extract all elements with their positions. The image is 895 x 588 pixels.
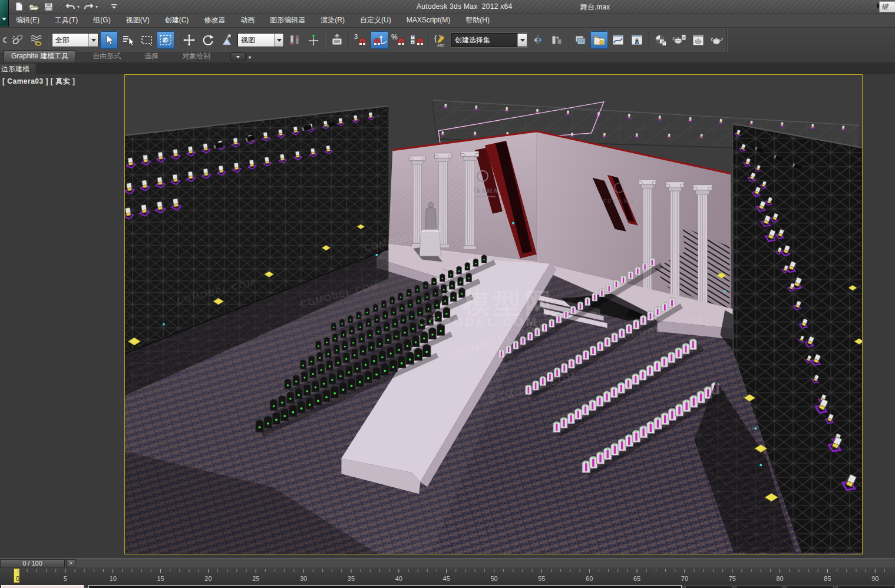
redo-button[interactable] xyxy=(82,2,94,12)
svg-text:FURAMA: FURAMA xyxy=(603,198,635,204)
menu-views[interactable]: 视图(V) xyxy=(118,13,157,27)
new-file-button[interactable] xyxy=(13,2,25,12)
menu-edit[interactable]: 编辑(E) xyxy=(8,13,47,27)
toolbar-separator xyxy=(568,31,569,49)
keyboard-shortcut-override-button[interactable] xyxy=(328,31,346,49)
application-button[interactable] xyxy=(0,0,9,27)
select-by-name-button[interactable] xyxy=(119,31,137,49)
named-selection-sets-dropdown[interactable]: 创建选择集 xyxy=(451,33,527,47)
time-slider-track[interactable] xyxy=(0,560,895,568)
coordinate-y-field[interactable] xyxy=(736,586,783,588)
select-and-manipulate-button[interactable] xyxy=(305,31,322,49)
quick-access-toolbar: ▾ ▾ xyxy=(13,1,120,12)
3dsmax-window: ▾ ▾ Autodesk 3ds Max 2012 x64 舞台.max 键 编… xyxy=(0,0,895,588)
rectangular-selection-region-button[interactable] xyxy=(138,31,156,49)
edit-named-selection-sets-button[interactable]: { }ABC xyxy=(432,31,450,49)
ribbon-tab-bar: Graphite 建模工具 自由形式 选择 对象绘制 xyxy=(0,52,895,62)
save-file-button[interactable] xyxy=(42,2,54,12)
named-selection-sets-value: 创建选择集 xyxy=(455,35,490,45)
menu-graph-editors[interactable]: 图形编辑器 xyxy=(262,13,313,27)
viewport-canvas[interactable]: [ Camera03 ] [ 真实 ] xyxy=(0,74,895,558)
menu-modifiers[interactable]: 修改器 xyxy=(196,13,233,27)
window-title: Autodesk 3ds Max 2012 x64 xyxy=(417,2,513,11)
undo-button[interactable] xyxy=(64,2,76,12)
menu-customize[interactable]: 自定义(U) xyxy=(352,13,399,27)
svg-text:75: 75 xyxy=(729,575,736,582)
infocenter-search-box[interactable]: 键 xyxy=(879,1,895,12)
camera-viewport-scene[interactable]: FURAMA FURAMA xyxy=(125,75,862,554)
angle-snap-toggle-button[interactable] xyxy=(371,31,388,49)
percent-snap-toggle-button[interactable]: % xyxy=(389,31,407,49)
bind-to-space-warp-button[interactable] xyxy=(28,31,45,49)
material-editor-button[interactable] xyxy=(652,31,669,49)
spinner-snap-toggle-button[interactable] xyxy=(408,31,426,49)
toolbar-separator xyxy=(177,31,178,49)
time-slider-handle[interactable]: 0 / 100 xyxy=(0,559,65,567)
curve-editor-button[interactable] xyxy=(609,31,627,49)
grid-size-field[interactable] xyxy=(837,586,895,588)
manage-layers-button[interactable] xyxy=(572,31,589,49)
window-crossing-toggle-button[interactable] xyxy=(157,31,174,49)
render-production-button[interactable] xyxy=(708,31,726,49)
viewport-label[interactable]: [ Camera03 ] [ 真实 ] xyxy=(2,77,75,87)
snaps-toggle-button[interactable]: 3 xyxy=(352,31,369,49)
coordinate-x-field[interactable] xyxy=(685,586,732,588)
tab-graphite-modeling-tools[interactable]: Graphite 建模工具 xyxy=(4,50,76,62)
svg-text:模型网: 模型网 xyxy=(462,288,555,318)
document-name: 舞台.max xyxy=(580,2,610,12)
select-and-rotate-button[interactable] xyxy=(199,31,217,49)
unlink-selection-button[interactable] xyxy=(9,31,27,49)
next-frame-button[interactable]: > xyxy=(66,559,75,567)
menu-help[interactable]: 帮助(H) xyxy=(458,13,497,27)
coordinate-system-arrow xyxy=(274,34,283,47)
tab-selection[interactable]: 选择 xyxy=(137,51,166,62)
menu-group[interactable]: 组(G) xyxy=(85,13,118,27)
svg-text:85: 85 xyxy=(824,575,831,582)
redo-dropdown-arrow[interactable]: ▾ xyxy=(95,4,98,9)
select-and-move-button[interactable] xyxy=(180,31,198,49)
rendered-frame-window-button[interactable] xyxy=(689,31,707,49)
panel-tab-polygon-modeling[interactable]: 边形建模 xyxy=(0,64,35,75)
menu-rendering[interactable]: 渲染(R) xyxy=(313,13,352,27)
main-toolbar: 全部 视图 3 % { }ABC 创建选择集 xyxy=(0,27,895,52)
select-and-scale-button[interactable] xyxy=(218,31,236,49)
menu-create[interactable]: 创建(C) xyxy=(157,13,197,27)
menu-animation[interactable]: 动画 xyxy=(233,13,262,27)
mirror-button[interactable] xyxy=(529,31,547,49)
ribbon-panel-row: 边形建模 xyxy=(0,62,895,75)
select-and-link-button[interactable] xyxy=(1,31,8,49)
select-object-button[interactable] xyxy=(100,31,118,49)
svg-text:5: 5 xyxy=(64,575,67,582)
workspace-dropdown[interactable] xyxy=(108,2,120,12)
ribbon-toggle-button[interactable] xyxy=(590,31,608,49)
tab-freeform[interactable]: 自由形式 xyxy=(85,51,128,62)
toolbar-separator xyxy=(648,31,649,49)
use-pivot-point-center-button[interactable] xyxy=(286,31,303,49)
ribbon-options-arrow[interactable] xyxy=(248,57,252,59)
schematic-view-button[interactable] xyxy=(628,31,646,49)
menu-maxscript[interactable]: MAXScript(M) xyxy=(399,13,458,27)
reference-coordinate-system-dropdown[interactable]: 视图 xyxy=(237,33,284,47)
undo-dropdown-arrow[interactable]: ▾ xyxy=(77,4,80,9)
align-button[interactable] xyxy=(548,31,566,49)
render-setup-button[interactable] xyxy=(671,31,688,49)
svg-text:25: 25 xyxy=(252,575,259,582)
track-bar-ruler[interactable]: 051015202530354045505560657075808590 xyxy=(0,567,895,584)
svg-text:CGMODEL.COM: CGMODEL.COM xyxy=(417,315,539,328)
svg-text:45: 45 xyxy=(443,575,450,582)
maxscript-listener-line[interactable] xyxy=(88,585,682,588)
ribbon-minimize-button[interactable] xyxy=(230,52,246,61)
tab-object-paint[interactable]: 对象绘制 xyxy=(175,51,217,62)
coordinate-z-field[interactable] xyxy=(787,586,834,588)
selection-filter-dropdown[interactable]: 全部 xyxy=(52,33,98,47)
application-button-arrow xyxy=(2,18,6,21)
menu-tools[interactable]: 工具(T) xyxy=(47,13,85,27)
svg-text:80: 80 xyxy=(776,575,783,582)
track-bar[interactable]: 051015202530354045505560657075808590 xyxy=(0,567,895,584)
open-file-button[interactable] xyxy=(28,2,39,12)
maxscript-mini-listener[interactable] xyxy=(1,585,84,588)
named-selection-sets-arrow xyxy=(517,34,527,47)
svg-text:70: 70 xyxy=(681,575,688,582)
svg-text:0: 0 xyxy=(16,575,19,582)
svg-text:40: 40 xyxy=(395,575,402,582)
